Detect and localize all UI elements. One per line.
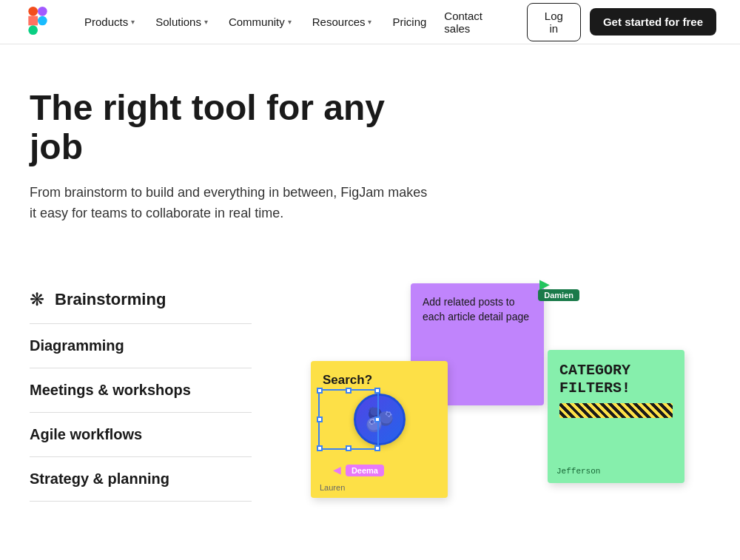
chevron-down-icon: ▾ [204,18,208,26]
svg-rect-3 [38,16,47,25]
nav-pricing[interactable]: Pricing [383,11,435,33]
note-owner-jefferson: Jefferson [556,467,600,476]
sidebar-item-meetings[interactable]: Meetings & workshops [30,368,252,413]
note-content: Add related posts to each article detail… [423,295,532,324]
note-owner-lauren: Lauren [320,483,345,492]
nav-products[interactable]: Products ▾ [75,11,144,33]
nav-community[interactable]: Community ▾ [220,11,300,33]
contact-sales-button[interactable]: Contact sales [435,4,517,41]
sidebar-item-agile[interactable]: Agile workflows [30,413,252,457]
sidebar-item-brainstorming[interactable]: ❋ Brainstorming [30,276,252,324]
sidebar-item-strategy[interactable]: Strategy & planning [30,457,252,502]
page-title: The right tool for any job [30,89,429,167]
cursor-deema: ◀ Deema [333,464,384,476]
nav-solutions[interactable]: Solutions ▾ [147,11,217,33]
note-search-text: Search? [323,373,436,388]
figma-logo[interactable] [24,7,52,38]
navbar: Products ▾ Solutions ▾ Community ▾ Resou… [0,0,740,44]
sidebar-item-diagramming[interactable]: Diagramming [30,324,252,368]
sticky-note-green: CATEGORY FILTERS! Jefferson [548,350,684,483]
nav-links: Products ▾ Solutions ▾ Community ▾ Resou… [75,11,435,33]
feature-sidebar: ❋ Brainstorming Diagramming Meetings & w… [30,276,252,560]
canvas-area: Add related posts to each article detail… [296,276,710,560]
nav-actions: Contact sales Log in Get started for fre… [435,3,716,41]
note-category-text: CATEGORY FILTERS! [559,362,673,397]
brainstorming-icon: ❋ [30,289,44,310]
note-stripes [559,403,673,418]
svg-rect-4 [28,25,38,35]
svg-rect-0 [28,7,38,16]
get-started-button[interactable]: Get started for free [590,8,716,36]
hero-description: From brainstorm to build and everything … [30,182,429,225]
chevron-down-icon: ▾ [131,18,135,26]
chevron-down-icon: ▾ [368,18,371,26]
user-badge-damien: Damien [538,289,579,301]
user-badge-deema: Deema [346,465,384,476]
main-content: ❋ Brainstorming Diagramming Meetings & w… [0,246,740,560]
login-button[interactable]: Log in [527,3,581,41]
hero-section: The right tool for any job From brainsto… [0,44,459,246]
blueberry-character: 🫐 [323,394,436,445]
svg-rect-2 [28,16,38,25]
chevron-down-icon: ▾ [288,18,292,26]
nav-resources[interactable]: Resources ▾ [303,11,381,33]
svg-rect-1 [38,7,47,16]
sticky-note-yellow: Search? 🫐 ◀ [311,361,448,498]
